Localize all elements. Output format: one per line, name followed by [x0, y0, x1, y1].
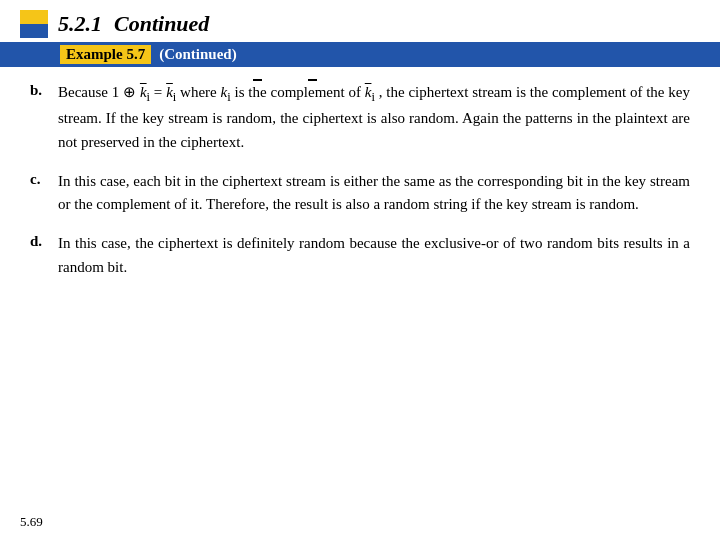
header: 5.2.1 Continued [0, 0, 720, 42]
item-b: b. Because 1 ⊕ ki = ki where ki is the c… [30, 81, 690, 154]
item-c: c. In this case, each bit in the ciphert… [30, 170, 690, 217]
yellow-block [20, 10, 48, 24]
blue-block [20, 24, 48, 38]
section-title: Continued [114, 11, 209, 37]
item-c-label: c. [30, 170, 58, 188]
item-b-container: b. Because 1 ⊕ ki = ki where ki is the c… [30, 77, 690, 154]
item-d-label: d. [30, 232, 58, 250]
section-number: 5.2.1 [58, 11, 102, 37]
color-blocks [20, 10, 48, 38]
item-c-text: In this case, each bit in the ciphertext… [58, 170, 690, 217]
item-d: d. In this case, the ciphertext is defin… [30, 232, 690, 279]
title-section: 5.2.1 Continued [58, 11, 209, 37]
page: 5.2.1 Continued Example 5.7 (Continued) … [0, 0, 720, 540]
example-continued: (Continued) [159, 46, 237, 63]
item-b-label: b. [30, 81, 58, 99]
item-b-text: Because 1 ⊕ ki = ki where ki is the comp… [58, 81, 690, 154]
content: b. Because 1 ⊕ ki = ki where ki is the c… [0, 67, 720, 305]
footer: 5.69 [20, 514, 43, 530]
subtitle-bar: Example 5.7 (Continued) [0, 42, 720, 67]
item-d-text: In this case, the ciphertext is definite… [58, 232, 690, 279]
example-label: Example 5.7 [60, 45, 151, 64]
page-number: 5.69 [20, 514, 43, 529]
